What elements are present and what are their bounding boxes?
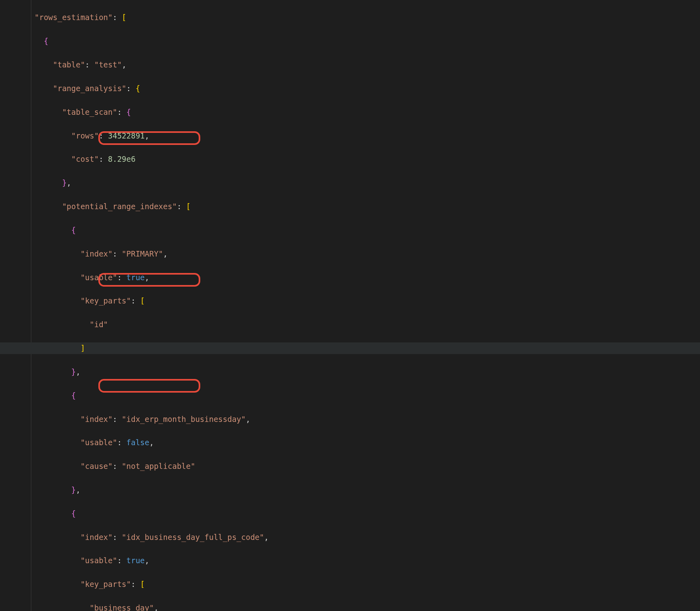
- key-usable: "usable": [80, 556, 117, 565]
- key-key-parts: "key_parts": [80, 296, 131, 305]
- key-rows-estimation: "rows_estimation": [35, 13, 112, 22]
- val-true: true: [126, 273, 145, 282]
- val-idx2-index: "idx_business_day_full_ps_code": [122, 533, 264, 542]
- val-idx1-index: "idx_erp_month_businessday": [122, 415, 246, 424]
- gutter: [0, 0, 31, 611]
- key-rows: "rows": [71, 131, 99, 140]
- val-false: false: [126, 438, 149, 447]
- key-table-scan: "table_scan": [62, 108, 117, 116]
- key-index: "index": [80, 249, 112, 258]
- val-rows: 34522891: [108, 131, 145, 140]
- val-idx1-cause: "not_applicable": [122, 462, 195, 470]
- key-usable: "usable": [80, 438, 117, 447]
- code-editor[interactable]: "rows_estimation": [ { "table": "test", …: [0, 0, 700, 611]
- val-cost: 8.29e6: [108, 155, 136, 163]
- code-content[interactable]: "rows_estimation": [ { "table": "test", …: [31, 0, 700, 611]
- key-potential-range-indexes: "potential_range_indexes": [62, 202, 177, 211]
- key-index: "index": [80, 415, 112, 424]
- key-key-parts: "key_parts": [80, 580, 131, 589]
- val-idx0-index: "PRIMARY": [122, 249, 163, 258]
- key-index: "index": [80, 533, 112, 542]
- key-usable: "usable": [80, 273, 117, 282]
- val-idx2-kp0: "business_day": [90, 603, 154, 611]
- key-table: "table": [53, 60, 85, 69]
- val-idx0-kp0: "id": [90, 320, 108, 329]
- key-range-analysis: "range_analysis": [53, 84, 126, 93]
- key-cause: "cause": [80, 462, 112, 470]
- val-true: true: [126, 556, 145, 565]
- val-table: "test": [94, 60, 122, 69]
- key-cost: "cost": [71, 155, 99, 163]
